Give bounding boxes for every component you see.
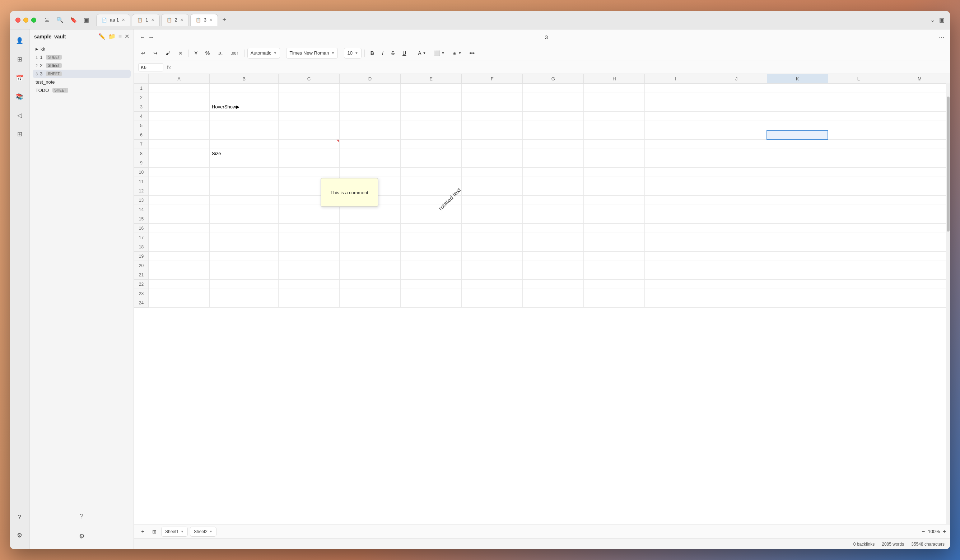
- cell-A5[interactable]: [149, 121, 210, 130]
- cell-C22[interactable]: [278, 280, 339, 289]
- cell-H18[interactable]: [584, 242, 645, 252]
- borders-button[interactable]: ⊞ ▼: [450, 48, 464, 59]
- cell-C20[interactable]: [278, 261, 339, 270]
- cell-G7[interactable]: [523, 140, 584, 149]
- cell-G2[interactable]: [523, 93, 584, 102]
- cell-K3[interactable]: [767, 102, 828, 112]
- cell-K23[interactable]: [767, 289, 828, 298]
- cell-L14[interactable]: [828, 205, 889, 214]
- cell-E4[interactable]: [401, 112, 462, 121]
- cell-E17[interactable]: [401, 233, 462, 242]
- cell-K12[interactable]: [767, 186, 828, 196]
- tab-1-close[interactable]: ✕: [151, 18, 154, 22]
- cell-H12[interactable]: [584, 186, 645, 196]
- cell-D1[interactable]: [339, 84, 400, 93]
- cell-A9[interactable]: [149, 158, 210, 168]
- col-header-J[interactable]: J: [706, 74, 767, 84]
- cell-M12[interactable]: [889, 186, 950, 196]
- forward-arrow-icon[interactable]: →: [148, 34, 154, 40]
- cell-L1[interactable]: [828, 84, 889, 93]
- cell-K5[interactable]: [767, 121, 828, 130]
- cell-L17[interactable]: [828, 233, 889, 242]
- close-button[interactable]: [16, 18, 21, 22]
- cell-F3[interactable]: [462, 102, 523, 112]
- cell-G17[interactable]: [523, 233, 584, 242]
- sheet-grid-button[interactable]: ⊞: [150, 527, 159, 536]
- cell-F10[interactable]: [462, 168, 523, 177]
- cell-L23[interactable]: [828, 289, 889, 298]
- cell-D16[interactable]: [339, 224, 400, 233]
- cell-D7[interactable]: [339, 140, 400, 149]
- currency-button[interactable]: ¥: [192, 48, 200, 59]
- cell-H5[interactable]: [584, 121, 645, 130]
- cell-D17[interactable]: [339, 233, 400, 242]
- cell-H22[interactable]: [584, 280, 645, 289]
- col-header-E[interactable]: E: [401, 74, 462, 84]
- cell-F8[interactable]: [462, 149, 523, 158]
- cell-F22[interactable]: [462, 280, 523, 289]
- tab-2[interactable]: 📋 2 ✕: [161, 14, 189, 26]
- strip-back-icon[interactable]: ◁: [14, 109, 26, 121]
- cell-I11[interactable]: [645, 177, 706, 186]
- col-header-B[interactable]: B: [210, 74, 278, 84]
- clear-format-button[interactable]: ✕: [176, 48, 186, 59]
- cell-H16[interactable]: [584, 224, 645, 233]
- cell-J3[interactable]: [706, 102, 767, 112]
- cell-J18[interactable]: [706, 242, 767, 252]
- cell-J10[interactable]: [706, 168, 767, 177]
- format-dropdown[interactable]: Automatic ▼: [247, 48, 280, 59]
- cell-C21[interactable]: [278, 270, 339, 280]
- strip-settings-icon[interactable]: ⚙: [14, 529, 26, 541]
- cell-B7[interactable]: [210, 140, 278, 149]
- help-icon[interactable]: ?: [75, 509, 89, 523]
- cell-H11[interactable]: [584, 177, 645, 186]
- cell-C4[interactable]: [278, 112, 339, 121]
- cell-L16[interactable]: [828, 224, 889, 233]
- cell-J5[interactable]: [706, 121, 767, 130]
- col-header-A[interactable]: A: [149, 74, 210, 84]
- cell-I4[interactable]: [645, 112, 706, 121]
- cell-D2[interactable]: [339, 93, 400, 102]
- cell-H24[interactable]: [584, 298, 645, 308]
- cell-J4[interactable]: [706, 112, 767, 121]
- cell-B24[interactable]: [210, 298, 278, 308]
- strip-help-icon[interactable]: ?: [14, 511, 26, 523]
- cell-K24[interactable]: [767, 298, 828, 308]
- cell-C24[interactable]: [278, 298, 339, 308]
- cell-L10[interactable]: [828, 168, 889, 177]
- cell-J8[interactable]: [706, 149, 767, 158]
- cell-D8[interactable]: [339, 149, 400, 158]
- cell-H23[interactable]: [584, 289, 645, 298]
- cell-C3[interactable]: [278, 102, 339, 112]
- cell-M10[interactable]: [889, 168, 950, 177]
- file-item-todo-sheet[interactable]: TODO SHEET: [33, 86, 131, 94]
- cell-M23[interactable]: [889, 289, 950, 298]
- cell-F5[interactable]: [462, 121, 523, 130]
- cell-B21[interactable]: [210, 270, 278, 280]
- cell-B18[interactable]: [210, 242, 278, 252]
- cell-J21[interactable]: [706, 270, 767, 280]
- chevron-down-icon[interactable]: ⌄: [930, 16, 935, 23]
- cell-C15[interactable]: [278, 214, 339, 224]
- cell-D24[interactable]: [339, 298, 400, 308]
- cell-F7[interactable]: [462, 140, 523, 149]
- cell-D23[interactable]: [339, 289, 400, 298]
- cell-H15[interactable]: [584, 214, 645, 224]
- cell-G23[interactable]: [523, 289, 584, 298]
- cell-A8[interactable]: [149, 149, 210, 158]
- cell-C1[interactable]: [278, 84, 339, 93]
- back-arrow-icon[interactable]: ←: [140, 34, 146, 40]
- cell-B8[interactable]: Size: [210, 149, 278, 158]
- cell-B12[interactable]: [210, 186, 278, 196]
- cell-H9[interactable]: [584, 158, 645, 168]
- cell-M5[interactable]: [889, 121, 950, 130]
- cell-G18[interactable]: [523, 242, 584, 252]
- cell-L2[interactable]: [828, 93, 889, 102]
- cell-J23[interactable]: [706, 289, 767, 298]
- cell-reference[interactable]: K6: [138, 63, 163, 72]
- tab-1[interactable]: 📋 1 ✕: [132, 14, 159, 26]
- file-item-test-note[interactable]: test_note: [33, 78, 131, 86]
- cell-I1[interactable]: [645, 84, 706, 93]
- cell-I17[interactable]: [645, 233, 706, 242]
- cell-E10[interactable]: [401, 168, 462, 177]
